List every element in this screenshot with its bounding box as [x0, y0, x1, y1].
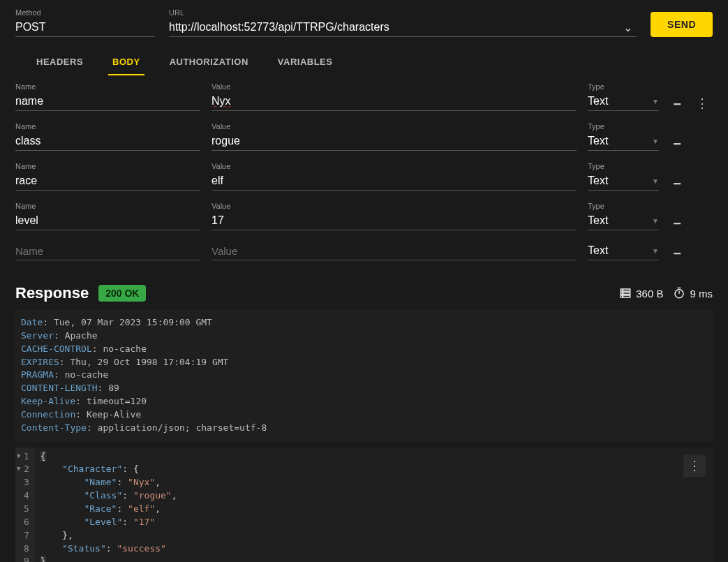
- name-label: Name: [15, 202, 200, 210]
- response-time: 9 ms: [673, 287, 713, 300]
- name-label: Name: [15, 122, 200, 131]
- dropdown-arrow-icon: ▼: [652, 217, 659, 225]
- param-type-select[interactable]: Text▼: [588, 242, 659, 260]
- code-line: "Status": "success": [40, 542, 707, 556]
- response-bar: Response 200 OK 360 B 9 ms: [0, 272, 728, 309]
- value-label: Value: [211, 82, 577, 91]
- storage-icon: [619, 287, 632, 300]
- method-input[interactable]: [15, 18, 155, 37]
- fold-icon[interactable]: ▼: [17, 464, 20, 473]
- type-label: Type: [588, 122, 659, 131]
- code-line: },: [40, 529, 707, 542]
- param-type-select[interactable]: Text▼: [588, 212, 659, 230]
- remove-icon[interactable]: −: [670, 246, 684, 260]
- tab-variables[interactable]: VARIABLES: [274, 50, 337, 75]
- response-header-line: Date: Tue, 07 Mar 2023 15:09:00 GMT: [21, 316, 707, 330]
- remove-icon[interactable]: −: [670, 177, 684, 191]
- code-line: }: [40, 555, 707, 562]
- response-headers: Date: Tue, 07 Mar 2023 15:09:00 GMTServe…: [15, 309, 713, 442]
- param-row: NameValueTypeText▼−: [15, 122, 713, 151]
- remove-icon[interactable]: −: [670, 216, 684, 230]
- type-label: Type: [588, 162, 659, 170]
- more-vert-icon[interactable]: ⋮: [695, 96, 709, 111]
- param-value-input[interactable]: [211, 212, 577, 230]
- name-label: Name: [15, 162, 200, 170]
- remove-icon[interactable]: −: [670, 137, 684, 151]
- line-gutter: 1▼2▼3456789: [15, 448, 35, 562]
- timer-icon: [673, 287, 685, 300]
- svg-point-3: [623, 290, 623, 290]
- param-value-input[interactable]: [211, 172, 577, 191]
- tab-body[interactable]: BODY: [108, 50, 144, 75]
- response-header-line: Server: Apache: [21, 330, 707, 343]
- code-line: "Race": "elf",: [40, 503, 707, 516]
- param-value-input[interactable]: [211, 132, 577, 151]
- body-params: NameValueTypeText▼−⋮NameValueTypeText▼−N…: [0, 75, 728, 260]
- name-label: Name: [15, 82, 200, 91]
- response-header-line: CONTENT-LENGTH: 89: [21, 382, 707, 395]
- dropdown-arrow-icon: ▼: [652, 98, 659, 105]
- param-type-select[interactable]: Text▼: [588, 132, 659, 151]
- param-row: NameValueTypeText▼−: [15, 202, 713, 230]
- param-row: NameValueTypeText▼−: [15, 162, 713, 191]
- response-size: 360 B: [619, 287, 663, 300]
- param-type-select[interactable]: Text▼: [588, 172, 659, 191]
- svg-point-5: [623, 296, 623, 297]
- param-type-select[interactable]: Text▼: [588, 92, 659, 111]
- request-bar: Method URL ⌄ SEND: [0, 0, 728, 37]
- remove-icon[interactable]: −: [670, 97, 684, 111]
- param-row-new: NameValueTypeText▼−: [15, 242, 713, 260]
- url-input[interactable]: [169, 18, 619, 36]
- method-field: Method: [15, 8, 155, 37]
- response-header-line: Keep-Alive: timeout=120: [21, 395, 707, 408]
- svg-point-4: [623, 293, 623, 294]
- status-badge: 200 OK: [98, 285, 146, 302]
- param-name-input[interactable]: [15, 92, 200, 111]
- response-header-line: Content-Type: application/json; charset=…: [21, 422, 707, 435]
- param-name-input[interactable]: [15, 132, 200, 151]
- tab-authorization[interactable]: AUTHORIZATION: [165, 50, 253, 75]
- response-header-line: PRAGMA: no-cache: [21, 369, 707, 382]
- fold-icon[interactable]: ▼: [17, 452, 20, 461]
- url-label: URL: [169, 8, 637, 17]
- send-button[interactable]: SEND: [651, 12, 713, 37]
- value-label: Value: [211, 162, 577, 170]
- dropdown-arrow-icon: ▼: [652, 138, 659, 145]
- dropdown-arrow-icon: ▼: [652, 177, 659, 185]
- url-field: URL ⌄: [169, 8, 637, 37]
- code-line: "Name": "Nyx",: [40, 476, 707, 489]
- response-code[interactable]: { "Character": { "Name": "Nyx", "Class":…: [35, 448, 713, 562]
- chevron-down-icon[interactable]: ⌄: [619, 21, 637, 34]
- code-line: "Class": "rogue",: [40, 489, 707, 503]
- response-header-line: EXPIRES: Thu, 29 Oct 1998 17:04:19 GMT: [21, 356, 707, 369]
- param-row: NameValueTypeText▼−⋮: [15, 82, 713, 111]
- response-body: 1▼2▼3456789 { "Character": { "Name": "Ny…: [15, 448, 713, 562]
- code-line: "Character": {: [40, 463, 707, 476]
- method-label: Method: [15, 8, 155, 17]
- param-name-input[interactable]: [15, 212, 200, 230]
- value-label: Value: [211, 202, 577, 210]
- param-name-input[interactable]: [15, 242, 200, 260]
- param-name-input[interactable]: [15, 172, 200, 191]
- response-header-line: Connection: Keep-Alive: [21, 408, 707, 422]
- tab-headers[interactable]: HEADERS: [32, 50, 87, 75]
- response-title: Response: [15, 284, 89, 302]
- value-label: Value: [211, 122, 577, 131]
- dropdown-arrow-icon: ▼: [652, 247, 659, 255]
- code-line: {: [40, 450, 707, 464]
- response-header-line: CACHE-CONTROL: no-cache: [21, 343, 707, 356]
- param-value-input[interactable]: [211, 242, 577, 260]
- param-value-input[interactable]: [211, 92, 577, 111]
- code-line: "Level": "17": [40, 516, 707, 529]
- type-label: Type: [588, 82, 659, 91]
- more-vert-icon[interactable]: ⋮: [683, 454, 706, 477]
- type-label: Type: [588, 202, 659, 210]
- request-tabs: HEADERSBODYAUTHORIZATIONVARIABLES: [0, 37, 728, 75]
